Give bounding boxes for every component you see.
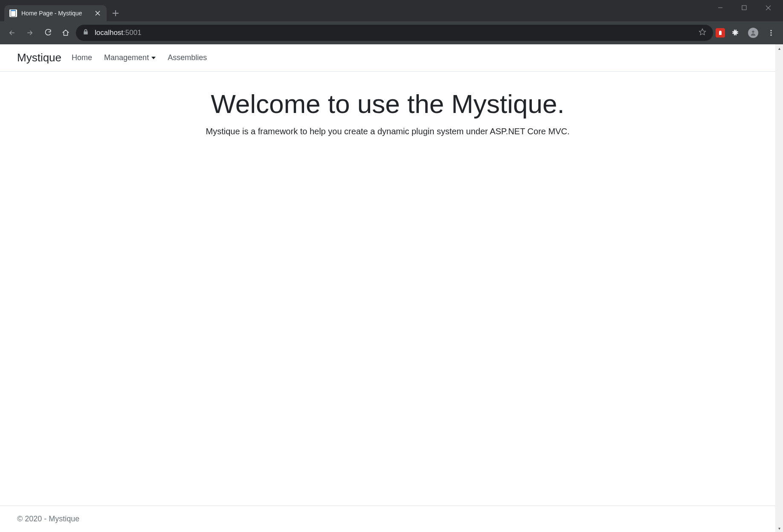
tab-title: Home Page - Mystique (21, 10, 90, 17)
caret-down-icon (151, 57, 156, 59)
viewport-wrapper: Mystique Home Management Assemblies Welc… (0, 44, 783, 532)
title-bar: Home Page - Mystique (0, 0, 783, 21)
nav-link-label: Management (104, 53, 149, 62)
profile-icon[interactable] (745, 25, 761, 40)
nav-link-label: Home (72, 53, 92, 62)
nav-link-management[interactable]: Management (102, 52, 157, 64)
svg-rect-0 (742, 6, 746, 10)
scrollbar-up-icon[interactable]: ▴ (775, 44, 783, 52)
browser-chrome: Home Page - Mystique (0, 0, 783, 44)
svg-point-3 (771, 32, 772, 34)
site-footer: © 2020 - Mystique (0, 506, 775, 532)
new-tab-button[interactable] (107, 5, 125, 21)
nav-link-label: Assemblies (168, 53, 207, 62)
forward-button[interactable] (22, 25, 38, 40)
tabs-area: Home Page - Mystique (4, 0, 125, 21)
scrollbar-down-icon[interactable]: ▾ (775, 524, 783, 532)
hero-title: Welcome to use the Mystique. (9, 89, 767, 119)
back-button[interactable] (4, 25, 20, 40)
page-viewport: Mystique Home Management Assemblies Welc… (0, 44, 775, 532)
svg-point-1 (752, 31, 754, 33)
reload-button[interactable] (40, 25, 55, 40)
footer-text: © 2020 - Mystique (17, 515, 79, 523)
home-button[interactable] (58, 25, 73, 40)
lock-icon (83, 29, 89, 37)
navbar-brand[interactable]: Mystique (17, 51, 61, 64)
svg-point-4 (771, 35, 772, 36)
maximize-button[interactable] (737, 3, 751, 13)
site-navbar: Mystique Home Management Assemblies (0, 44, 775, 72)
scrollbar[interactable]: ▴ ▾ (775, 44, 783, 532)
browser-tab[interactable]: Home Page - Mystique (4, 5, 107, 21)
nav-link-home[interactable]: Home (70, 52, 94, 64)
url-host: localhost (95, 29, 123, 37)
favicon-icon (9, 9, 17, 17)
close-tab-icon[interactable] (94, 9, 102, 17)
minimize-button[interactable] (713, 3, 728, 13)
nav-link-assemblies[interactable]: Assemblies (166, 52, 209, 64)
svg-point-2 (771, 30, 772, 31)
hero-subtitle: Mystique is a framework to help you crea… (9, 127, 767, 136)
extension-badge-icon[interactable] (716, 28, 725, 38)
close-window-button[interactable] (761, 3, 775, 13)
url-port: :5001 (123, 29, 142, 37)
window-controls (713, 0, 783, 13)
kebab-menu-icon[interactable] (763, 25, 779, 40)
bookmark-star-icon[interactable] (699, 28, 706, 38)
browser-toolbar: localhost:5001 (0, 21, 783, 44)
address-bar[interactable]: localhost:5001 (76, 25, 713, 41)
main-content: Welcome to use the Mystique. Mystique is… (0, 72, 775, 506)
extensions-icon[interactable] (728, 25, 743, 40)
